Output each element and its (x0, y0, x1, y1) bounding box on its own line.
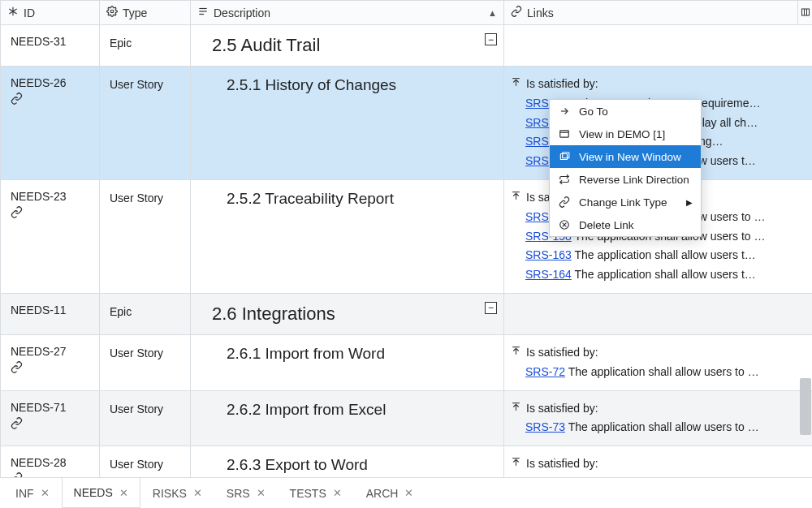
svg-rect-17 (560, 131, 569, 137)
type-label: Epic (100, 294, 190, 329)
menu-item-label: View in DEMO [1] (579, 128, 665, 140)
relation-label: Is satisfied by: (526, 75, 598, 94)
tab-risks[interactable]: RISKS✕ (140, 478, 214, 508)
table-row[interactable]: NEEDS-27User Story2.6.1 Import from Word… (1, 334, 813, 390)
requirement-id: NEEDS-26 (11, 76, 89, 89)
arrow-up-icon (511, 343, 521, 363)
type-label: User Story (100, 67, 190, 102)
table-row[interactable]: NEEDS-71User Story2.6.2 Import from Exce… (1, 390, 813, 446)
link-icon (11, 203, 89, 221)
menu-item-reverse[interactable]: Reverse Link Direction (550, 168, 701, 191)
link-line: SRS-164 The application shall allow user… (511, 265, 804, 285)
relation-label: Is satisfied by: (526, 399, 598, 419)
link-context-menu: Go ToView in DEMO [1]View in New WindowR… (549, 99, 702, 237)
menu-item-label: Delete Link (579, 219, 634, 231)
table-row[interactable]: NEEDS-31Epic2.5 Audit Trail− (1, 25, 813, 67)
newwin-icon (558, 151, 571, 162)
menu-item-change[interactable]: Change Link Type▶ (550, 191, 701, 213)
tab-label: ARCH (366, 487, 399, 500)
arrow-up-icon (511, 75, 521, 94)
column-configurator[interactable] (798, 1, 813, 25)
close-icon[interactable]: ✕ (333, 487, 342, 499)
close-icon[interactable]: ✕ (404, 487, 413, 499)
scrollbar-thumb[interactable] (800, 378, 811, 435)
column-header-links[interactable]: Links (504, 1, 798, 25)
link-text: The application shall allow users to … (568, 476, 759, 477)
menu-item-label: View in New Window (579, 151, 681, 163)
tab-inf[interactable]: INF✕ (3, 478, 62, 508)
link-line: SRS-76 The application shall allow users… (511, 474, 804, 477)
relation-label: Is satisfied by: (526, 454, 598, 474)
requirement-link[interactable]: SRS-164 (525, 268, 572, 281)
submenu-arrow-icon: ▶ (686, 198, 693, 207)
link-text: The application shall allow users to … (568, 365, 759, 378)
tab-label: RISKS (153, 487, 187, 500)
description-text: 2.6.3 Export to Word (220, 446, 376, 477)
menu-item-label: Go To (579, 105, 608, 118)
tab-label: NEEDS (74, 486, 113, 499)
close-icon[interactable]: ✕ (193, 487, 202, 499)
document-tabs: INF✕NEEDS✕RISKS✕SRS✕TESTS✕ARCH✕ (0, 477, 812, 508)
link-icon (11, 358, 89, 376)
sort-asc-icon: ▲ (488, 8, 497, 18)
tab-arch[interactable]: ARCH✕ (354, 478, 426, 508)
description-text: 2.5 Audit Trail (205, 25, 328, 66)
columns-icon (801, 6, 810, 19)
description-text: 2.6 Integrations (205, 294, 343, 334)
arrow-up-icon (511, 454, 521, 474)
tab-label: INF (15, 487, 34, 500)
column-header-description[interactable]: Description ▲ (191, 1, 504, 25)
requirement-id: NEEDS-23 (11, 190, 89, 203)
requirement-link[interactable]: SRS-163 (525, 248, 572, 261)
requirement-id: NEEDS-71 (11, 401, 89, 414)
type-label: Epic (100, 25, 190, 61)
column-type-label: Type (123, 6, 147, 19)
link-icon (11, 414, 89, 432)
arrow-up-icon (511, 399, 521, 419)
link-icon (11, 469, 89, 477)
requirement-id: NEEDS-31 (11, 35, 89, 48)
table-row[interactable]: NEEDS-11Epic2.6 Integrations− (1, 293, 813, 334)
menu-item-view[interactable]: View in DEMO [1] (550, 123, 701, 145)
column-header-type[interactable]: Type (100, 1, 191, 25)
change-icon (558, 196, 571, 208)
close-icon[interactable]: ✕ (41, 487, 50, 499)
column-links-label: Links (527, 6, 554, 19)
tab-tests[interactable]: TESTS✕ (278, 478, 354, 508)
column-header-id[interactable]: ID (1, 1, 100, 25)
menu-item-label: Reverse Link Direction (579, 174, 689, 186)
menu-item-label: Change Link Type (579, 196, 667, 209)
menu-item-delete[interactable]: Delete Link (550, 213, 701, 236)
column-description-label: Description (214, 6, 270, 19)
svg-rect-4 (801, 9, 809, 15)
requirement-id: NEEDS-27 (11, 345, 89, 358)
menu-item-newwin[interactable]: View in New Window (550, 145, 701, 168)
svg-rect-20 (563, 153, 569, 158)
collapse-toggle[interactable]: − (485, 302, 497, 314)
type-label: User Story (100, 180, 190, 216)
requirements-grid: ID Type (0, 0, 812, 477)
goto-icon (558, 105, 571, 117)
menu-item-goto[interactable]: Go To (550, 100, 701, 123)
close-icon[interactable]: ✕ (257, 487, 266, 499)
gear-icon (106, 6, 118, 19)
reverse-icon (558, 174, 571, 185)
type-label: User Story (100, 446, 190, 477)
link-icon (511, 6, 522, 19)
table-row[interactable]: NEEDS-28User Story2.6.3 Export to WordIs… (1, 446, 813, 477)
delete-icon (558, 219, 571, 230)
tab-srs[interactable]: SRS✕ (214, 478, 278, 508)
link-text: The application shall allow users to … (568, 420, 759, 433)
column-id-label: ID (24, 6, 35, 19)
requirement-id: NEEDS-11 (11, 304, 89, 316)
close-icon[interactable]: ✕ (119, 487, 128, 499)
description-text: 2.6.2 Import from Excel (220, 391, 394, 428)
svg-point-0 (110, 10, 114, 13)
link-line: SRS-73 The application shall allow users… (511, 418, 804, 437)
relation-label: Is satisfied by: (526, 343, 598, 363)
requirement-link[interactable]: SRS-76 (525, 476, 565, 477)
requirement-link[interactable]: SRS-72 (525, 365, 565, 378)
requirement-link[interactable]: SRS-73 (525, 420, 565, 433)
collapse-toggle[interactable]: − (485, 33, 497, 45)
tab-needs[interactable]: NEEDS✕ (62, 477, 140, 508)
